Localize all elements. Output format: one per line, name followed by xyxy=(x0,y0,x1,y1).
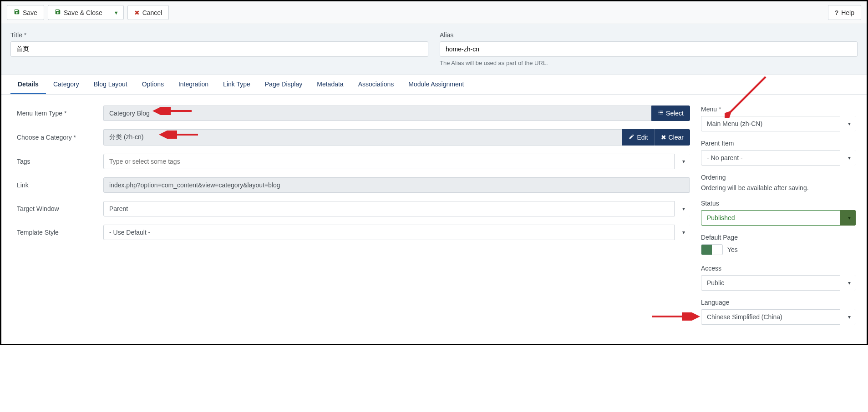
access-select[interactable]: Public xyxy=(701,275,856,291)
save-close-group: Save & Close ▼ xyxy=(48,5,124,20)
clear-category-button[interactable]: ✖ Clear xyxy=(655,129,690,146)
tab-integration[interactable]: Integration xyxy=(171,75,216,94)
svg-line-2 xyxy=(729,77,766,113)
title-label: Title * xyxy=(10,31,428,39)
default-page-field: Default Page Yes xyxy=(701,234,856,256)
help-icon: ? xyxy=(835,9,839,16)
tab-blog-layout[interactable]: Blog Layout xyxy=(86,75,135,94)
parent-item-field: Parent Item - No parent - ▾ xyxy=(701,140,856,166)
save-close-dropdown-button[interactable]: ▼ xyxy=(109,5,124,20)
menu-item-type-row: Menu Item Type * Category Blog Select xyxy=(12,106,690,121)
save-button[interactable]: Save xyxy=(7,5,44,20)
link-label: Link xyxy=(12,181,103,189)
alias-help-text: The Alias will be used as part of the UR… xyxy=(440,60,858,66)
parent-item-label: Parent Item xyxy=(701,140,856,147)
side-column: Menu * Main Menu (zh-CN) ▾ Parent Item -… xyxy=(701,106,856,333)
template-style-row: Template Style - Use Default - ▾ xyxy=(12,225,690,240)
tags-input[interactable] xyxy=(103,154,690,169)
ordering-label: Ordering xyxy=(701,174,856,181)
link-value: index.php?option=com_content&view=catego… xyxy=(103,177,690,193)
edit-label: Edit xyxy=(637,134,648,141)
help-button[interactable]: ? Help xyxy=(828,5,861,20)
title-input[interactable] xyxy=(10,41,428,57)
status-select[interactable]: Published xyxy=(701,210,856,226)
edit-icon xyxy=(629,134,635,141)
language-select[interactable]: Chinese Simplified (China) xyxy=(701,309,856,325)
access-label: Access xyxy=(701,265,856,272)
clear-label: Clear xyxy=(669,134,684,141)
menu-item-type-label: Menu Item Type * xyxy=(12,110,103,117)
menu-label: Menu * xyxy=(701,106,856,113)
ordering-text: Ordering will be available after saving. xyxy=(701,184,856,191)
save-icon xyxy=(55,9,61,16)
save-icon xyxy=(14,9,20,16)
status-label: Status xyxy=(701,200,856,207)
toolbar: Save Save & Close ▼ ✖ Cancel ? Help xyxy=(1,1,867,24)
save-label: Save xyxy=(23,9,37,16)
language-field: Language Chinese Simplified (China) ▾ xyxy=(701,299,856,325)
title-column: Title * xyxy=(10,31,428,66)
cancel-label: Cancel xyxy=(142,9,162,16)
status-field: Status Published ▾ xyxy=(701,200,856,226)
tags-row: Tags ▾ xyxy=(12,154,690,169)
title-section: Title * Alias The Alias will be used as … xyxy=(1,24,867,75)
chevron-down-icon: ▼ xyxy=(114,10,119,15)
tab-details[interactable]: Details xyxy=(10,75,46,94)
tab-associations[interactable]: Associations xyxy=(351,75,401,94)
clear-icon: ✖ xyxy=(661,134,666,141)
select-type-button[interactable]: Select xyxy=(651,106,690,121)
alias-label: Alias xyxy=(440,31,858,39)
tab-category[interactable]: Category xyxy=(46,75,86,94)
tab-link-type[interactable]: Link Type xyxy=(216,75,258,94)
target-window-select[interactable]: Parent xyxy=(103,201,690,216)
content: Menu Item Type * Category Blog Select xyxy=(1,95,867,344)
toolbar-left: Save Save & Close ▼ ✖ Cancel xyxy=(7,5,169,20)
annotation-arrow xyxy=(725,75,770,118)
edit-category-button[interactable]: Edit xyxy=(622,129,654,146)
default-page-label: Default Page xyxy=(701,234,856,241)
access-field: Access Public ▾ xyxy=(701,265,856,291)
annotation-arrow xyxy=(651,312,701,321)
choose-category-row: Choose a Category * 分类 (zh-cn) Edit ✖ xyxy=(12,129,690,146)
save-close-button[interactable]: Save & Close xyxy=(48,5,109,20)
default-page-toggle[interactable] xyxy=(701,244,723,255)
cancel-icon: ✖ xyxy=(134,9,140,16)
parent-item-select[interactable]: - No parent - xyxy=(701,150,856,166)
annotation-arrow xyxy=(158,131,199,139)
list-icon xyxy=(658,110,664,117)
save-close-label: Save & Close xyxy=(64,9,102,16)
tab-page-display[interactable]: Page Display xyxy=(258,75,310,94)
cancel-button[interactable]: ✖ Cancel xyxy=(127,5,169,20)
template-style-label: Template Style xyxy=(12,229,103,236)
tab-module-assignment[interactable]: Module Assignment xyxy=(401,75,471,94)
target-window-row: Target Window Parent ▾ xyxy=(12,201,690,216)
ordering-field: Ordering Ordering will be available afte… xyxy=(701,174,856,191)
template-style-select[interactable]: - Use Default - xyxy=(103,225,690,240)
tab-metadata[interactable]: Metadata xyxy=(310,75,350,94)
tags-label: Tags xyxy=(12,158,103,165)
menu-field: Menu * Main Menu (zh-CN) ▾ xyxy=(701,106,856,131)
tab-options[interactable]: Options xyxy=(135,75,171,94)
main-column: Menu Item Type * Category Blog Select xyxy=(12,106,690,333)
language-label: Language xyxy=(701,299,856,306)
default-page-value: Yes xyxy=(727,246,738,253)
alias-input[interactable] xyxy=(440,41,858,57)
help-label: Help xyxy=(841,9,854,16)
link-row: Link index.php?option=com_content&view=c… xyxy=(12,177,690,193)
target-window-label: Target Window xyxy=(12,205,103,212)
annotation-arrow xyxy=(152,107,193,115)
select-label: Select xyxy=(666,110,684,117)
menu-select[interactable]: Main Menu (zh-CN) xyxy=(701,116,856,131)
alias-column: Alias The Alias will be used as part of … xyxy=(440,31,858,66)
choose-category-label: Choose a Category * xyxy=(12,134,103,141)
